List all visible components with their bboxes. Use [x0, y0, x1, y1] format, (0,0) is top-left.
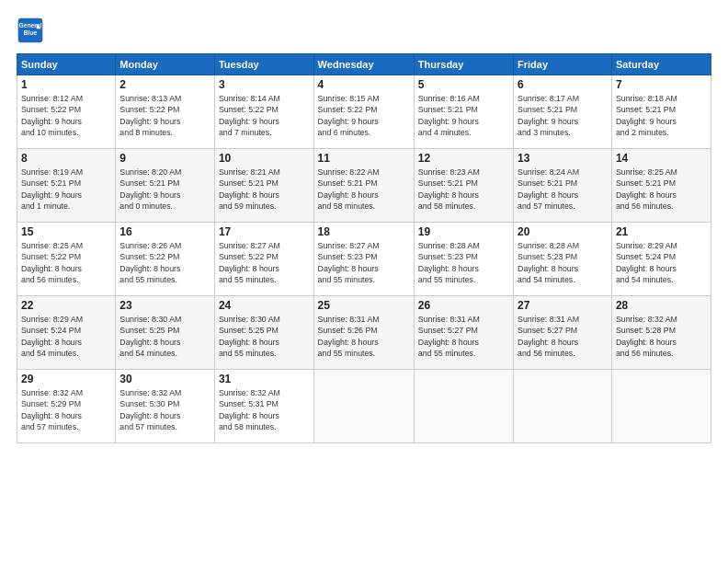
calendar-body: 1Sunrise: 8:12 AM Sunset: 5:22 PM Daylig…: [17, 75, 711, 443]
day-number: 12: [418, 152, 509, 165]
calendar-cell: 26Sunrise: 8:31 AM Sunset: 5:27 PM Dayli…: [414, 296, 513, 370]
calendar-cell: 27Sunrise: 8:31 AM Sunset: 5:27 PM Dayli…: [514, 296, 612, 370]
calendar-cell: 10Sunrise: 8:21 AM Sunset: 5:21 PM Dayli…: [214, 149, 313, 223]
calendar-cell: [414, 370, 513, 443]
day-number: 21: [616, 225, 707, 238]
day-number: 16: [119, 225, 210, 238]
calendar-cell: 9Sunrise: 8:20 AM Sunset: 5:21 PM Daylig…: [116, 149, 215, 223]
day-info: Sunrise: 8:28 AM Sunset: 5:23 PM Dayligh…: [518, 240, 608, 285]
weekday-header-monday: Monday: [116, 54, 215, 75]
day-number: 14: [616, 152, 707, 165]
day-number: 1: [21, 78, 111, 91]
day-number: 8: [21, 152, 111, 165]
day-number: 17: [219, 225, 310, 238]
day-number: 4: [318, 78, 410, 91]
calendar-week-2: 8Sunrise: 8:19 AM Sunset: 5:21 PM Daylig…: [17, 149, 711, 223]
calendar-week-4: 22Sunrise: 8:29 AM Sunset: 5:24 PM Dayli…: [17, 296, 711, 370]
calendar-cell: 1Sunrise: 8:12 AM Sunset: 5:22 PM Daylig…: [17, 75, 116, 149]
day-info: Sunrise: 8:27 AM Sunset: 5:23 PM Dayligh…: [318, 240, 410, 285]
calendar-cell: 31Sunrise: 8:32 AM Sunset: 5:31 PM Dayli…: [214, 370, 313, 443]
day-number: 26: [418, 299, 509, 312]
calendar-cell: 3Sunrise: 8:14 AM Sunset: 5:22 PM Daylig…: [214, 75, 313, 149]
day-info: Sunrise: 8:31 AM Sunset: 5:27 PM Dayligh…: [518, 314, 608, 359]
svg-text:Blue: Blue: [24, 29, 38, 36]
calendar-cell: 11Sunrise: 8:22 AM Sunset: 5:21 PM Dayli…: [313, 149, 414, 223]
calendar-cell: [611, 370, 711, 443]
day-number: 13: [518, 152, 608, 165]
logo-icon: General Blue: [17, 17, 44, 44]
calendar-cell: 21Sunrise: 8:29 AM Sunset: 5:24 PM Dayli…: [611, 223, 711, 296]
calendar-week-1: 1Sunrise: 8:12 AM Sunset: 5:22 PM Daylig…: [17, 75, 711, 149]
calendar-cell: 28Sunrise: 8:32 AM Sunset: 5:28 PM Dayli…: [611, 296, 711, 370]
day-info: Sunrise: 8:32 AM Sunset: 5:28 PM Dayligh…: [616, 314, 707, 359]
calendar-cell: 4Sunrise: 8:15 AM Sunset: 5:22 PM Daylig…: [313, 75, 414, 149]
weekday-header-friday: Friday: [514, 54, 612, 75]
day-info: Sunrise: 8:32 AM Sunset: 5:29 PM Dayligh…: [21, 387, 111, 432]
day-info: Sunrise: 8:18 AM Sunset: 5:21 PM Dayligh…: [616, 93, 707, 138]
day-number: 6: [518, 78, 608, 91]
day-number: 5: [418, 78, 509, 91]
calendar-cell: 16Sunrise: 8:26 AM Sunset: 5:22 PM Dayli…: [116, 223, 215, 296]
day-info: Sunrise: 8:24 AM Sunset: 5:21 PM Dayligh…: [518, 167, 608, 212]
calendar-cell: 25Sunrise: 8:31 AM Sunset: 5:26 PM Dayli…: [313, 296, 414, 370]
day-info: Sunrise: 8:12 AM Sunset: 5:22 PM Dayligh…: [21, 93, 111, 138]
day-number: 30: [119, 373, 210, 385]
calendar-cell: 23Sunrise: 8:30 AM Sunset: 5:25 PM Dayli…: [116, 296, 215, 370]
calendar-cell: 2Sunrise: 8:13 AM Sunset: 5:22 PM Daylig…: [116, 75, 215, 149]
calendar-cell: [313, 370, 414, 443]
calendar-cell: 15Sunrise: 8:25 AM Sunset: 5:22 PM Dayli…: [17, 223, 116, 296]
day-number: 3: [219, 78, 310, 91]
day-info: Sunrise: 8:14 AM Sunset: 5:22 PM Dayligh…: [219, 93, 310, 138]
calendar-cell: 30Sunrise: 8:32 AM Sunset: 5:30 PM Dayli…: [116, 370, 215, 443]
day-info: Sunrise: 8:30 AM Sunset: 5:25 PM Dayligh…: [219, 314, 310, 359]
day-number: 20: [518, 225, 608, 238]
calendar-week-3: 15Sunrise: 8:25 AM Sunset: 5:22 PM Dayli…: [17, 223, 711, 296]
day-info: Sunrise: 8:29 AM Sunset: 5:24 PM Dayligh…: [616, 240, 707, 285]
day-info: Sunrise: 8:29 AM Sunset: 5:24 PM Dayligh…: [21, 314, 111, 359]
calendar-cell: 20Sunrise: 8:28 AM Sunset: 5:23 PM Dayli…: [514, 223, 612, 296]
day-number: 22: [21, 299, 111, 312]
weekday-header-row: SundayMondayTuesdayWednesdayThursdayFrid…: [17, 54, 711, 75]
day-info: Sunrise: 8:32 AM Sunset: 5:30 PM Dayligh…: [119, 387, 210, 432]
calendar-cell: 12Sunrise: 8:23 AM Sunset: 5:21 PM Dayli…: [414, 149, 513, 223]
calendar-cell: [514, 370, 612, 443]
day-info: Sunrise: 8:25 AM Sunset: 5:21 PM Dayligh…: [616, 167, 707, 212]
day-info: Sunrise: 8:17 AM Sunset: 5:21 PM Dayligh…: [518, 93, 608, 138]
logo: General Blue: [17, 17, 48, 44]
day-number: 7: [616, 78, 707, 91]
day-info: Sunrise: 8:22 AM Sunset: 5:21 PM Dayligh…: [318, 167, 410, 212]
day-number: 9: [119, 152, 210, 165]
calendar: SundayMondayTuesdayWednesdayThursdayFrid…: [17, 53, 711, 443]
page: General Blue SundayMondayTuesdayWednesda…: [0, 0, 728, 563]
calendar-cell: 24Sunrise: 8:30 AM Sunset: 5:25 PM Dayli…: [214, 296, 313, 370]
calendar-cell: 17Sunrise: 8:27 AM Sunset: 5:22 PM Dayli…: [214, 223, 313, 296]
day-info: Sunrise: 8:27 AM Sunset: 5:22 PM Dayligh…: [219, 240, 310, 285]
calendar-cell: 18Sunrise: 8:27 AM Sunset: 5:23 PM Dayli…: [313, 223, 414, 296]
day-number: 24: [219, 299, 310, 312]
calendar-cell: 13Sunrise: 8:24 AM Sunset: 5:21 PM Dayli…: [514, 149, 612, 223]
day-info: Sunrise: 8:13 AM Sunset: 5:22 PM Dayligh…: [119, 93, 210, 138]
calendar-cell: 22Sunrise: 8:29 AM Sunset: 5:24 PM Dayli…: [17, 296, 116, 370]
day-number: 28: [616, 299, 707, 312]
day-info: Sunrise: 8:26 AM Sunset: 5:22 PM Dayligh…: [119, 240, 210, 285]
weekday-header-tuesday: Tuesday: [214, 54, 313, 75]
day-info: Sunrise: 8:20 AM Sunset: 5:21 PM Dayligh…: [119, 167, 210, 212]
weekday-header-wednesday: Wednesday: [313, 54, 414, 75]
day-number: 23: [119, 299, 210, 312]
calendar-cell: 19Sunrise: 8:28 AM Sunset: 5:23 PM Dayli…: [414, 223, 513, 296]
day-info: Sunrise: 8:15 AM Sunset: 5:22 PM Dayligh…: [318, 93, 410, 138]
calendar-cell: 14Sunrise: 8:25 AM Sunset: 5:21 PM Dayli…: [611, 149, 711, 223]
weekday-header-thursday: Thursday: [414, 54, 513, 75]
day-info: Sunrise: 8:31 AM Sunset: 5:26 PM Dayligh…: [318, 314, 410, 359]
calendar-week-5: 29Sunrise: 8:32 AM Sunset: 5:29 PM Dayli…: [17, 370, 711, 443]
day-info: Sunrise: 8:23 AM Sunset: 5:21 PM Dayligh…: [418, 167, 509, 212]
day-number: 2: [119, 78, 210, 91]
day-info: Sunrise: 8:32 AM Sunset: 5:31 PM Dayligh…: [219, 387, 310, 432]
day-number: 25: [318, 299, 410, 312]
day-number: 27: [518, 299, 608, 312]
day-number: 31: [219, 373, 310, 385]
day-info: Sunrise: 8:16 AM Sunset: 5:21 PM Dayligh…: [418, 93, 509, 138]
calendar-cell: 6Sunrise: 8:17 AM Sunset: 5:21 PM Daylig…: [514, 75, 612, 149]
day-number: 11: [318, 152, 410, 165]
day-info: Sunrise: 8:25 AM Sunset: 5:22 PM Dayligh…: [21, 240, 111, 285]
